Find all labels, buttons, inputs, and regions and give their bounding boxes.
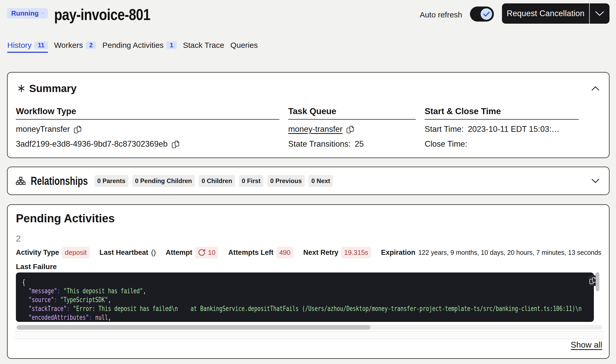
copy-icon xyxy=(347,126,354,133)
show-all-link[interactable]: Show all xyxy=(571,340,602,350)
code-line: "stackTrace": "Error: This deposit has f… xyxy=(22,304,594,313)
last-failure-code-wrap: { "message": "This deposit has failed", … xyxy=(16,272,594,322)
copy-workflow-id-button[interactable] xyxy=(172,141,179,148)
auto-refresh-toggle[interactable] xyxy=(470,6,494,22)
horizontal-scrollbar-thumb[interactable] xyxy=(17,325,370,330)
close-time-label: Close Time: xyxy=(425,139,467,149)
start-close-time-header: Start & Close Time xyxy=(425,106,579,120)
relationships-card[interactable]: Relationships 0 Parents 0 Pending Childr… xyxy=(7,167,609,195)
start-time-value: 2023-10-11 EDT 15:03:… xyxy=(468,125,560,134)
asterisk-icon xyxy=(18,84,24,92)
summary-col-times: Start & Close Time Start Time: 2023-10-1… xyxy=(425,106,579,149)
close-time-row: Close Time: xyxy=(425,139,579,149)
tab-history-label: History xyxy=(7,41,32,50)
retry-icon xyxy=(198,249,206,256)
field-expiration: Expiration 122 years, 9 months, 10 days,… xyxy=(381,249,601,257)
cancellation-menu-button[interactable] xyxy=(590,3,609,24)
last-failure-code-block[interactable]: { "message": "This deposit has failed", … xyxy=(16,272,594,322)
start-time-row: Start Time: 2023-10-11 EDT 15:03:… xyxy=(425,124,579,134)
chevron-down-icon xyxy=(591,179,600,183)
workflow-id-value: 3adf2199-e3d8-4936-9bd7-8c87302369eb xyxy=(16,139,168,149)
badge-next: 0 Next xyxy=(309,175,333,187)
workflow-detail-page: Running pay-invoice-801 Auto refresh Req… xyxy=(0,0,616,359)
copy-icon xyxy=(589,277,596,284)
header-actions: Auto refresh Request Cancellation xyxy=(420,8,609,24)
tab-queries-label: Queries xyxy=(230,41,258,50)
state-transitions-label: State Transitions: xyxy=(288,139,351,149)
summary-col-workflow-type: Workflow Type moneyTransfer 3adf2199-e3d… xyxy=(16,106,279,149)
last-heartbeat-value: () xyxy=(151,249,156,257)
task-queue-row: money-transfer xyxy=(288,124,416,134)
task-queue-header: Task Queue xyxy=(288,106,416,120)
tab-workers-count: 2 xyxy=(86,41,96,49)
tab-stack-trace-label: Stack Trace xyxy=(183,41,224,50)
tab-workers[interactable]: Workers 2 xyxy=(54,41,96,53)
summary-card-header[interactable]: Summary xyxy=(8,73,609,94)
next-activity-peek-row xyxy=(15,331,604,339)
code-line: "source": "TypeScriptSDK", xyxy=(22,295,594,304)
tab-stack-trace[interactable]: Stack Trace xyxy=(183,41,224,53)
start-time-label: Start Time: xyxy=(425,125,464,134)
state-transitions-row: State Transitions: 25 xyxy=(288,139,416,149)
attempts-left-badge: 490 xyxy=(276,247,293,258)
workflow-tabs: History 11 Workers 2 Pending Activities … xyxy=(7,41,609,53)
chevron-down-icon xyxy=(41,12,45,14)
tab-workers-label: Workers xyxy=(54,41,83,50)
activity-type-badge: deposit xyxy=(62,247,90,258)
page-header: Running pay-invoice-801 Auto refresh Req… xyxy=(7,8,609,24)
status-chevron-down-icon xyxy=(41,12,45,14)
relationships-title: Relationships xyxy=(31,174,88,187)
check-icon xyxy=(483,12,490,17)
pending-activities-card: Pending Activities 2 Activity Type depos… xyxy=(7,204,609,359)
relationships-badges: 0 Parents 0 Pending Children 0 Children … xyxy=(95,175,333,187)
attempt-label: Attempt xyxy=(166,249,192,257)
attempt-count: 10 xyxy=(208,249,215,257)
badge-parents: 0 Parents xyxy=(95,175,128,187)
hierarchy-icon xyxy=(16,177,26,185)
auto-refresh-label: Auto refresh xyxy=(420,10,462,19)
vertical-scrollbar-thumb[interactable] xyxy=(596,272,599,291)
badge-pending-children: 0 Pending Children xyxy=(132,175,195,187)
summary-card: Summary Workflow Type moneyTransfer 3adf… xyxy=(7,72,609,158)
code-line: "message": "This deposit has failed", xyxy=(22,287,594,295)
expiration-label: Expiration xyxy=(381,249,415,257)
field-next-retry: Next Retry 19.315s xyxy=(303,247,371,258)
attempts-left-label: Attempts Left xyxy=(228,249,273,257)
summary-title: Summary xyxy=(29,82,77,94)
last-heartbeat-label: Last Heartbeat xyxy=(99,249,148,257)
page-title: pay-invoice-801 xyxy=(54,6,150,23)
tab-history[interactable]: History 11 xyxy=(7,41,48,53)
summary-col-task-queue: Task Queue money-transfer State Transiti… xyxy=(288,106,416,149)
copy-icon xyxy=(172,141,179,148)
horizontal-scrollbar xyxy=(16,325,602,330)
next-retry-badge: 19.315s xyxy=(341,247,371,258)
task-queue-link[interactable]: money-transfer xyxy=(288,125,342,134)
summary-grid: Workflow Type moneyTransfer 3adf2199-e3d… xyxy=(16,106,601,149)
workflow-type-row: moneyTransfer xyxy=(16,124,279,134)
workflow-type-value: moneyTransfer xyxy=(16,125,70,134)
chevron-up-icon xyxy=(591,86,600,91)
tab-pending-activities[interactable]: Pending Activities 1 xyxy=(102,41,177,53)
field-attempts-left: Attempts Left 490 xyxy=(228,247,293,258)
request-cancellation-button[interactable]: Request Cancellation xyxy=(502,3,589,24)
copy-icon xyxy=(74,126,81,133)
badge-first: 0 First xyxy=(239,175,263,187)
pending-activity-fields: Activity Type deposit Last Heartbeat () … xyxy=(16,246,601,259)
copy-workflow-type-button[interactable] xyxy=(74,126,81,133)
activity-type-label: Activity Type xyxy=(16,249,59,257)
relationships-expand-icon[interactable] xyxy=(591,179,600,183)
auto-refresh-toggle-knob xyxy=(481,8,492,20)
workflow-status-label: Running xyxy=(11,9,39,17)
state-transitions-value: 25 xyxy=(355,139,364,149)
next-retry-label: Next Retry xyxy=(303,249,338,257)
badge-children: 0 Children xyxy=(199,175,235,187)
copy-task-queue-button[interactable] xyxy=(347,126,354,133)
workflow-status-badge[interactable]: Running xyxy=(7,8,48,18)
tab-queries[interactable]: Queries xyxy=(230,41,258,53)
workflow-type-header: Workflow Type xyxy=(16,106,279,120)
request-cancellation-label: Request Cancellation xyxy=(507,9,584,18)
show-all-row: Show all xyxy=(16,340,602,350)
last-failure-label: Last Failure xyxy=(16,262,601,271)
summary-collapse-icon[interactable] xyxy=(591,86,600,91)
expiration-value: 122 years, 9 months, 10 days, 20 hours, … xyxy=(418,249,601,256)
